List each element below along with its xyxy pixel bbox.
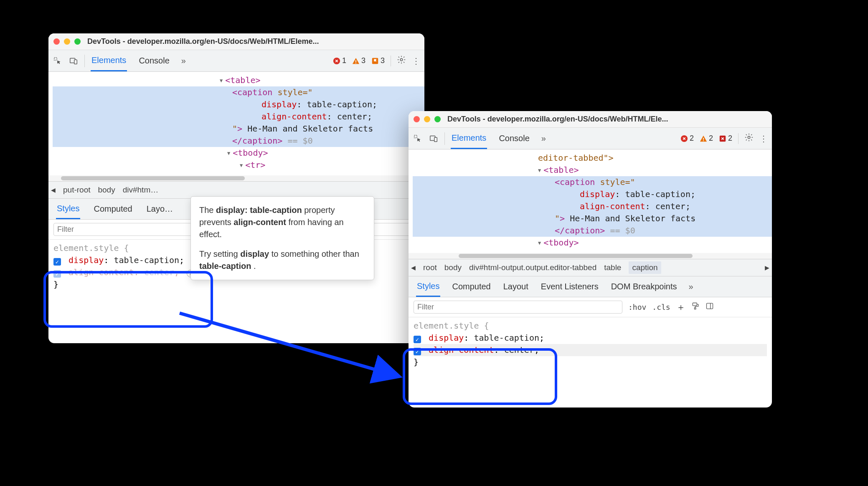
svg-rect-18 <box>706 303 713 309</box>
breadcrumb-item[interactable]: table <box>604 263 621 272</box>
tab-console[interactable]: Console <box>138 51 170 71</box>
flag-indicator[interactable]: 3 <box>371 56 385 65</box>
style-selector: element.style { <box>414 320 767 332</box>
dom-node-caption-close[interactable]: </caption> <box>232 135 282 147</box>
breadcrumb-item[interactable]: put-root <box>63 185 90 195</box>
dom-node-table[interactable]: <table> <box>543 164 579 176</box>
breadcrumb: ◀ root body div#html-output.output.edito… <box>409 259 772 276</box>
style-val-align[interactable]: center <box>504 345 534 355</box>
styles-tabs: Styles Computed Layout Event Listeners D… <box>409 276 772 297</box>
property-toggle-checkbox[interactable]: ✓ <box>53 258 61 266</box>
svg-point-7 <box>400 58 403 61</box>
dom-node-caption-close[interactable]: </caption> <box>555 225 605 237</box>
breadcrumb-prev-icon[interactable]: ◀ <box>411 264 416 271</box>
flag-indicator[interactable]: 2 <box>719 134 732 143</box>
tabs-overflow-icon[interactable]: » <box>689 282 693 291</box>
dom-tag-gt: > <box>237 123 242 135</box>
dom-horizontal-scrollbar[interactable] <box>409 253 772 259</box>
dom-node-table[interactable]: <table> <box>225 74 260 86</box>
property-toggle-checkbox[interactable]: ✓ <box>53 270 61 278</box>
breadcrumb-item[interactable]: div#html-output.output.editor-tabbed <box>469 263 596 272</box>
dom-selected-marker: == $0 <box>287 135 312 147</box>
css-val-display: table-caption <box>625 188 690 200</box>
add-rule-icon[interactable]: ＋ <box>676 301 685 314</box>
minimize-icon[interactable] <box>424 116 430 122</box>
breadcrumb-item[interactable]: div#htm… <box>123 185 159 195</box>
svg-rect-16 <box>693 303 697 306</box>
warning-indicator[interactable]: 2 <box>700 134 713 143</box>
flag-count: 2 <box>728 134 732 143</box>
hov-toggle[interactable]: :hov <box>628 303 646 311</box>
css-val-align: center <box>337 111 367 123</box>
tab-styles[interactable]: Styles <box>56 199 80 219</box>
settings-icon[interactable] <box>397 55 406 66</box>
dom-node-tbody[interactable]: <tbody> <box>233 147 268 159</box>
style-prop-align[interactable]: align-content <box>69 267 134 277</box>
styles-filter-row: :hov .cls ＋ <box>409 297 772 317</box>
inspect-icon[interactable] <box>53 56 63 66</box>
devtools-window-left: DevTools - developer.mozilla.org/en-US/d… <box>48 33 424 343</box>
dom-node-caption-open[interactable]: <caption <box>232 86 272 99</box>
style-prop-align[interactable]: align-content <box>429 345 494 355</box>
close-icon[interactable] <box>414 116 420 122</box>
tab-dom-breakpoints[interactable]: DOM Breakpoints <box>610 277 678 296</box>
more-icon[interactable]: ⋮ <box>759 134 768 144</box>
tooltip-text: Try setting <box>199 249 240 258</box>
styles-rules[interactable]: element.style { ✓ display: table-caption… <box>409 317 772 372</box>
more-icon[interactable]: ⋮ <box>412 56 420 66</box>
css-val-display: table-caption <box>307 99 372 111</box>
tab-styles[interactable]: Styles <box>416 277 440 297</box>
flag-count: 3 <box>381 56 385 65</box>
inactive-property-tooltip: The display: table-caption property prev… <box>190 196 374 280</box>
breadcrumb-item[interactable]: body <box>98 185 115 195</box>
breadcrumb-item[interactable]: caption <box>629 261 661 274</box>
close-icon[interactable] <box>53 38 60 45</box>
tabs-overflow-icon[interactable]: » <box>181 56 186 66</box>
cls-toggle[interactable]: .cls <box>652 303 670 311</box>
breadcrumb-item[interactable]: body <box>444 263 462 272</box>
panel-toggle-icon[interactable] <box>706 302 714 312</box>
minimize-icon[interactable] <box>64 38 70 45</box>
property-toggle-checkbox[interactable]: ✓ <box>414 348 421 355</box>
styles-filter-input[interactable] <box>414 301 622 314</box>
tooltip-text: align-content <box>233 218 286 227</box>
inspect-icon[interactable] <box>413 134 423 144</box>
dom-tree[interactable]: <table> <caption style=" display: table-… <box>48 72 424 174</box>
dom-horizontal-scrollbar[interactable] <box>48 175 424 181</box>
tab-elements[interactable]: Elements <box>91 51 127 71</box>
tab-console[interactable]: Console <box>498 129 530 148</box>
tooltip-text: The <box>199 205 216 215</box>
tooltip-text: display: table-caption <box>216 205 302 215</box>
error-indicator[interactable]: 2 <box>680 134 694 143</box>
tab-computed[interactable]: Computed <box>451 277 491 296</box>
settings-icon[interactable] <box>744 133 754 144</box>
zoom-icon[interactable] <box>434 116 441 122</box>
tab-computed[interactable]: Computed <box>93 200 133 218</box>
dom-node-tbody[interactable]: <tbody> <box>543 237 579 249</box>
dom-node-caption-open[interactable]: <caption <box>555 176 595 188</box>
error-indicator[interactable]: 1 <box>333 56 346 65</box>
zoom-icon[interactable] <box>74 38 81 45</box>
dom-node-tr[interactable]: <tr> <box>245 159 265 171</box>
device-toggle-icon[interactable] <box>429 134 439 144</box>
style-prop-display[interactable]: display <box>69 255 104 265</box>
device-toggle-icon[interactable] <box>69 56 79 66</box>
style-val-display[interactable]: table-caption <box>114 255 179 265</box>
property-toggle-checkbox[interactable]: ✓ <box>414 336 421 343</box>
tab-elements[interactable]: Elements <box>451 128 487 149</box>
tab-layout[interactable]: Layout <box>503 277 529 296</box>
style-val-display[interactable]: table-caption <box>474 333 539 343</box>
style-prop-display[interactable]: display <box>429 333 464 343</box>
breadcrumb-next-icon[interactable]: ▶ <box>765 264 769 271</box>
tab-event-listeners[interactable]: Event Listeners <box>540 277 599 296</box>
breadcrumb-prev-icon[interactable]: ◀ <box>51 187 56 193</box>
warning-indicator[interactable]: 3 <box>352 56 365 65</box>
paint-icon[interactable] <box>691 302 700 312</box>
tab-layout[interactable]: Layo… <box>146 200 174 218</box>
style-val-align[interactable]: center <box>144 267 174 277</box>
breadcrumb-item[interactable]: root <box>423 263 437 272</box>
dom-tree[interactable]: editor-tabbed"> <table> <caption style="… <box>409 149 772 251</box>
error-count: 2 <box>690 134 694 143</box>
tabs-overflow-icon[interactable]: » <box>541 134 546 143</box>
traffic-lights <box>53 38 81 45</box>
